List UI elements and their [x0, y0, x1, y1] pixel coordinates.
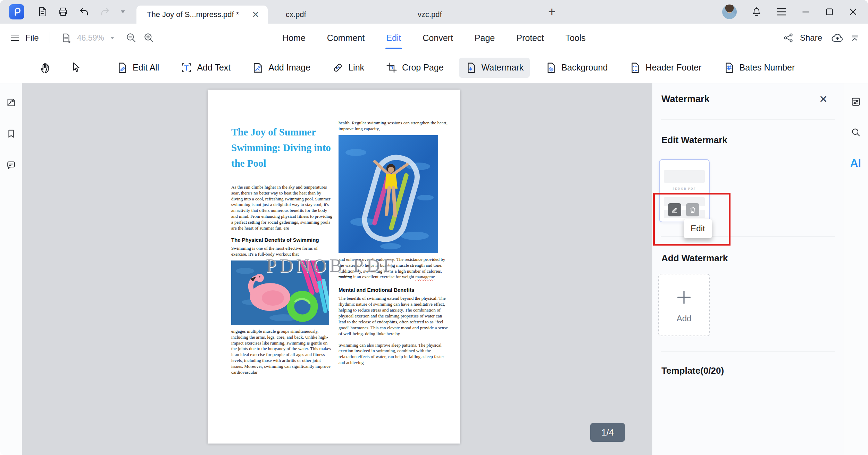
page-thumbnails-icon[interactable] [5, 97, 17, 108]
notifications-bell-icon[interactable] [751, 7, 762, 17]
page-left-column: The Joy of Summer Swimming: Diving into … [231, 124, 333, 381]
left-sidebar [0, 83, 22, 455]
watermark-panel: Watermark ✕ Edit Watermark PDNOB PDF Edi… [652, 83, 843, 455]
search-icon[interactable] [850, 126, 862, 138]
add-text-button[interactable]: Add Text [174, 58, 237, 78]
misspelled-text: manageme [415, 274, 435, 279]
document-tabs: The Joy of S...mpress.pdf * ✕ cx.pdf vzc… [136, 0, 722, 24]
comments-icon[interactable] [5, 159, 17, 171]
maximize-button[interactable] [825, 7, 834, 16]
edit-tooltip: Edit [684, 219, 712, 238]
page-fit-icon[interactable] [61, 33, 71, 43]
window-controls [722, 5, 858, 19]
zoom-percentage[interactable]: 46.59% [77, 33, 104, 43]
zoom-in-button[interactable] [143, 32, 155, 44]
page-indicator: 1/4 [590, 423, 625, 442]
header-footer-icon [629, 62, 641, 74]
panel-close-icon[interactable]: ✕ [817, 94, 830, 105]
delete-watermark-button[interactable] [686, 203, 699, 216]
titlebar: The Joy of S...mpress.pdf * ✕ cx.pdf vzc… [0, 0, 868, 24]
menu-home[interactable]: Home [282, 32, 306, 44]
share-group: Share [783, 33, 860, 43]
bates-number-icon [723, 62, 735, 74]
add-text-icon [181, 62, 192, 74]
hand-pan-tool[interactable] [37, 59, 54, 76]
print-button[interactable] [58, 6, 69, 17]
watermark-icon [465, 62, 477, 74]
new-tab-button[interactable]: + [546, 5, 558, 18]
cloud-upload-icon[interactable] [831, 33, 844, 43]
trash-icon [688, 206, 697, 214]
redo-button[interactable] [99, 6, 111, 17]
add-image-icon [252, 62, 264, 74]
pool-float-photo [339, 135, 438, 253]
crop-page-icon [386, 62, 398, 74]
menu-edit[interactable]: Edit [385, 32, 402, 44]
menu-comment[interactable]: Comment [326, 32, 365, 44]
tab-cx[interactable]: cx.pdf [268, 6, 400, 24]
file-menu-label[interactable]: File [25, 33, 39, 43]
zoom-out-button[interactable] [125, 32, 137, 44]
section-heading: The Physical Benefits of Swimming [231, 237, 333, 243]
add-watermark-button[interactable]: Add [658, 274, 710, 336]
tab-vzc[interactable]: vzc.pdf [400, 6, 532, 24]
background-icon [545, 62, 557, 74]
panel-title: Watermark [661, 94, 710, 105]
zoom-dropdown-caret-icon[interactable] [110, 36, 115, 40]
file-zoom-group: File 46.59% [10, 32, 155, 44]
menu-protect[interactable]: Protect [516, 32, 544, 44]
link-icon [332, 62, 344, 74]
divider [661, 351, 835, 352]
content-area: The Joy of Summer Swimming: Diving into … [0, 83, 868, 455]
edit-watermark-button[interactable] [668, 203, 681, 216]
paragraph: Swimming can also improve sleep patterns… [339, 342, 448, 366]
add-image-button[interactable]: Add Image [246, 58, 317, 78]
edit-all-icon [116, 62, 128, 74]
share-label[interactable]: Share [800, 33, 822, 43]
pdf-page[interactable]: The Joy of Summer Swimming: Diving into … [208, 90, 460, 444]
paragraph: health. Regular swimming sessions can st… [339, 120, 448, 132]
user-avatar[interactable] [722, 5, 737, 19]
page-right-column: health. Regular swimming sessions can st… [339, 120, 448, 371]
menu-page[interactable]: Page [474, 32, 495, 44]
save-button[interactable] [37, 6, 48, 17]
collapse-toolbar-icon[interactable] [850, 33, 860, 43]
select-cursor-tool[interactable] [68, 59, 84, 76]
ai-assistant-icon[interactable]: AI [850, 157, 862, 169]
file-menu-button[interactable] [10, 34, 19, 42]
undo-button[interactable] [78, 6, 90, 17]
tab-close-icon[interactable]: ✕ [250, 10, 261, 19]
edit-watermark-heading: Edit Watermark [661, 135, 727, 146]
undo-redo-dropdown[interactable] [120, 10, 125, 14]
header-footer-button[interactable]: Header Footer [623, 58, 708, 78]
watermark-button[interactable]: Watermark [459, 58, 530, 78]
menubar: File 46.59% Home Comment Edit Convert Pa… [0, 24, 868, 52]
thumbnail-skeleton-line [664, 170, 705, 183]
document-canvas[interactable]: The Joy of Summer Swimming: Diving into … [22, 83, 652, 455]
article-title: The Joy of Summer Swimming: Diving into … [231, 124, 333, 171]
crop-page-button[interactable]: Crop Page [379, 58, 450, 78]
menu-tools[interactable]: Tools [565, 32, 586, 44]
app-menu-icon[interactable] [776, 7, 787, 16]
add-watermark-heading: Add Watermark [661, 253, 728, 264]
paragraph: As the sun climbs higher in the sky and … [231, 184, 333, 231]
watermark-template-thumbnail[interactable]: PDNOB PDF [659, 159, 710, 222]
section-heading: Mental and Emotional Benefits [339, 287, 448, 293]
background-button[interactable]: Background [539, 58, 614, 78]
divider [50, 32, 50, 43]
edit-toolbar: Edit All Add Text Add Image Link Crop Pa… [0, 52, 868, 83]
paragraph: The benefits of swimming extend beyond t… [339, 296, 448, 337]
tab-active[interactable]: The Joy of S...mpress.pdf * ✕ [136, 6, 268, 24]
add-button-label: Add [677, 314, 692, 323]
edit-all-button[interactable]: Edit All [110, 58, 165, 78]
bookmarks-icon[interactable] [5, 128, 17, 140]
menu-convert[interactable]: Convert [422, 32, 454, 44]
close-window-button[interactable] [849, 7, 858, 16]
properties-panel-icon[interactable] [850, 96, 862, 108]
thumbnail-watermark-text: PDNOB PDF [660, 187, 709, 190]
quick-actions [9, 4, 125, 19]
minimize-button[interactable] [801, 7, 810, 16]
link-button[interactable]: Link [326, 58, 370, 78]
bates-number-button[interactable]: Bates Number [717, 58, 801, 78]
template-counter-heading: Template(0/20) [661, 365, 724, 376]
